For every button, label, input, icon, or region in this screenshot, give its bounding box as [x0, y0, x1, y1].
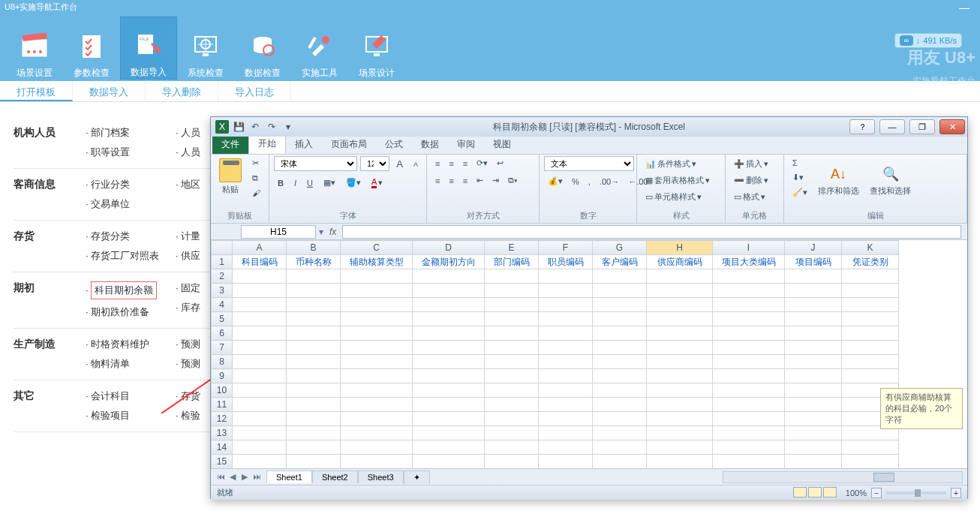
excel-tab-insert[interactable]: 插入: [286, 135, 322, 154]
cell[interactable]: 科目编码: [233, 255, 287, 269]
row-header[interactable]: 15: [212, 455, 233, 469]
cells-insert-button[interactable]: ➕ 插入 ▾: [730, 156, 779, 172]
indent-dec-button[interactable]: ⇤: [473, 173, 487, 188]
excel-tab-home[interactable]: 开始: [248, 134, 286, 154]
cell[interactable]: 客户编码: [593, 255, 647, 269]
cell[interactable]: [593, 284, 647, 298]
cell[interactable]: [233, 312, 287, 326]
cell[interactable]: [413, 312, 485, 326]
cell[interactable]: [341, 369, 413, 383]
cell[interactable]: [413, 355, 485, 369]
cell[interactable]: [785, 326, 842, 341]
cell[interactable]: 金额期初方向: [413, 255, 485, 269]
autosum-button[interactable]: Σ: [789, 156, 811, 170]
cell[interactable]: [647, 312, 713, 326]
cell[interactable]: [485, 355, 539, 369]
category-link[interactable]: 存货工厂对照表: [84, 246, 174, 266]
excel-tab-layout[interactable]: 页面布局: [322, 135, 376, 154]
cell[interactable]: [233, 355, 287, 369]
qat-undo-button[interactable]: ↶: [248, 120, 262, 134]
sheet-nav-next[interactable]: ▶: [239, 472, 250, 482]
cell[interactable]: [287, 284, 341, 298]
row-header[interactable]: 10: [212, 383, 233, 398]
cell[interactable]: [647, 326, 713, 341]
ribbon-impl-tools[interactable]: 实施工具: [291, 17, 348, 80]
cell[interactable]: [647, 412, 713, 426]
cell[interactable]: [785, 312, 842, 326]
cell[interactable]: 供应商编码: [647, 255, 713, 269]
row-header[interactable]: 12: [212, 412, 233, 426]
sort-filter-button[interactable]: 排序和筛选: [814, 183, 863, 199]
cell[interactable]: [485, 326, 539, 341]
cell[interactable]: [593, 383, 647, 398]
cell[interactable]: [485, 398, 539, 412]
category-link[interactable]: 部门档案: [84, 123, 174, 143]
cell[interactable]: [233, 284, 287, 298]
fill-button[interactable]: ⬇▾: [789, 170, 811, 185]
row-header[interactable]: 7: [212, 341, 233, 355]
cell[interactable]: [539, 426, 593, 440]
subtab-open-template[interactable]: 打开模板: [0, 81, 73, 101]
cell[interactable]: [713, 326, 785, 341]
column-header[interactable]: G: [593, 241, 647, 255]
sheet-nav-last[interactable]: ⏭: [251, 472, 262, 482]
clear-button[interactable]: 🧹▾: [789, 185, 811, 200]
category-link[interactable]: 时格资料维护: [84, 335, 174, 354]
cell[interactable]: [287, 312, 341, 326]
row-header[interactable]: 2: [212, 269, 233, 284]
cell[interactable]: [341, 398, 413, 412]
excel-tab-formula[interactable]: 公式: [376, 135, 412, 154]
zoom-in-button[interactable]: +: [951, 488, 961, 498]
font-name-select[interactable]: 宋体: [274, 156, 357, 171]
cell[interactable]: [485, 298, 539, 312]
cell[interactable]: [842, 284, 899, 298]
fill-color-button[interactable]: 🪣▾: [342, 175, 365, 191]
shrink-font-button[interactable]: A: [410, 156, 422, 172]
cell[interactable]: [842, 355, 899, 369]
cell[interactable]: [485, 369, 539, 383]
row-header[interactable]: 6: [212, 326, 233, 341]
cell[interactable]: 币种名称: [287, 255, 341, 269]
qat-save-button[interactable]: 💾: [232, 120, 245, 134]
cell[interactable]: [539, 341, 593, 355]
view-break-button[interactable]: [823, 487, 837, 497]
cell[interactable]: [341, 284, 413, 298]
indent-inc-button[interactable]: ⇥: [488, 173, 503, 188]
zoom-slider[interactable]: [886, 491, 946, 494]
excel-restore-button[interactable]: ❐: [909, 119, 935, 134]
cell[interactable]: [341, 440, 413, 455]
cell[interactable]: [413, 269, 485, 284]
number-format-select[interactable]: 文本: [544, 156, 634, 171]
cell[interactable]: [713, 455, 785, 469]
cell[interactable]: [713, 398, 785, 412]
cell[interactable]: [647, 298, 713, 312]
cell[interactable]: [413, 298, 485, 312]
bold-button[interactable]: B: [274, 175, 287, 191]
cell[interactable]: 部门编码: [485, 255, 539, 269]
cell[interactable]: 项目大类编码: [713, 255, 785, 269]
cell[interactable]: [785, 383, 842, 398]
cell[interactable]: [233, 269, 287, 284]
cell[interactable]: [341, 455, 413, 469]
cell[interactable]: [785, 269, 842, 284]
cell[interactable]: [485, 455, 539, 469]
cell[interactable]: [233, 412, 287, 426]
cell[interactable]: [785, 298, 842, 312]
cell[interactable]: [842, 298, 899, 312]
cell[interactable]: [713, 369, 785, 383]
cells-delete-button[interactable]: ➖ 删除 ▾: [730, 173, 779, 188]
cell[interactable]: [593, 369, 647, 383]
cell[interactable]: [647, 269, 713, 284]
ribbon-data-import[interactable]: FILE 数据导入: [120, 17, 177, 80]
cell[interactable]: [341, 341, 413, 355]
cell[interactable]: [539, 355, 593, 369]
cell[interactable]: [485, 341, 539, 355]
currency-button[interactable]: 💰▾: [544, 174, 567, 188]
cell[interactable]: [287, 455, 341, 469]
cell[interactable]: [785, 455, 842, 469]
excel-tab-view[interactable]: 视图: [484, 135, 520, 154]
cell[interactable]: [485, 426, 539, 440]
excel-grid[interactable]: ABCDEFGHIJK1科目编码币种名称辅助核算类型金额期初方向部门编码职员编码…: [211, 240, 967, 468]
italic-button[interactable]: I: [290, 175, 300, 191]
column-header[interactable]: B: [287, 241, 341, 255]
